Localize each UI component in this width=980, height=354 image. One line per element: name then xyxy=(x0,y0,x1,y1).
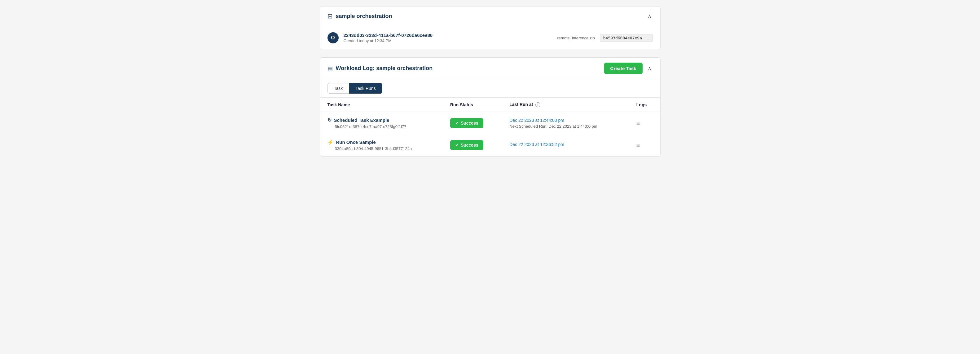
orchestration-title: sample orchestration xyxy=(336,13,392,19)
last-run-cell: Dec 22 2023 at 12:44:03 pm Next Schedule… xyxy=(502,112,629,134)
task-name-cell: ⚡ Run Once Sample 3304a89a-b804-4945-965… xyxy=(320,134,443,156)
task-name-cell: ↻ Scheduled Task Example 5fc0521e-387e-4… xyxy=(320,112,443,134)
workload-title: Workload Log: sample orchestration xyxy=(336,65,433,72)
item-info: 2243dd03-323d-411a-b67f-0726da6cee86 Cre… xyxy=(344,33,433,43)
run-status-cell: ✓ Success xyxy=(443,112,502,134)
tab-task[interactable]: Task xyxy=(328,83,349,94)
col-task-name: Task Name xyxy=(320,98,443,112)
tab-task-runs[interactable]: Task Runs xyxy=(349,83,382,94)
task-id-label: 3304a89a-b804-4945-9651-3b4d3577124a xyxy=(328,146,435,151)
orchestration-header-left: ⊟ sample orchestration xyxy=(328,13,392,20)
next-run-label: Next Scheduled Run: Dec 22 2023 at 1:44:… xyxy=(509,124,622,129)
log-icon-button[interactable]: ≡ xyxy=(636,142,640,149)
log-icon-button[interactable]: ≡ xyxy=(636,120,640,127)
col-logs: Logs xyxy=(629,98,660,112)
col-run-status: Run Status xyxy=(443,98,502,112)
check-icon: ✓ xyxy=(455,143,459,148)
orchestration-header: ⊟ sample orchestration ∧ xyxy=(320,6,660,26)
status-label: Success xyxy=(461,121,478,126)
item-id: 2243dd03-323d-411a-b67f-0726da6cee86 xyxy=(344,33,433,38)
status-badge: ✓ Success xyxy=(450,118,483,128)
orchestration-icon: ⊟ xyxy=(328,13,333,20)
item-created: Created today at 12:34 PM xyxy=(344,38,391,43)
table-container: Task Name Run Status Last Run at i Logs xyxy=(320,98,660,156)
task-name-main: ↻ Scheduled Task Example xyxy=(328,117,435,123)
workload-icon: ▤ xyxy=(328,65,333,72)
workload-header-left: ▤ Workload Log: sample orchestration xyxy=(328,65,433,72)
logs-cell: ≡ xyxy=(629,112,660,134)
workload-table: Task Name Run Status Last Run at i Logs xyxy=(320,98,660,156)
table-body: ↻ Scheduled Task Example 5fc0521e-387e-4… xyxy=(320,112,660,156)
orchestration-section: ⊟ sample orchestration ∧ O 2243dd03-323d… xyxy=(320,6,660,50)
tabs-row: Task Task Runs xyxy=(320,79,660,98)
task-name-label: Scheduled Task Example xyxy=(334,118,390,123)
task-id-label: 5fc0521e-387e-4cc7-aa97-c728fg0ffd77 xyxy=(328,124,435,129)
info-icon: i xyxy=(535,102,540,107)
create-task-button[interactable]: Create Task xyxy=(604,63,643,74)
table-row: ↻ Scheduled Task Example 5fc0521e-387e-4… xyxy=(320,112,660,134)
check-icon: ✓ xyxy=(455,121,459,126)
run-once-icon: ⚡ xyxy=(328,139,334,145)
workload-header-right: Create Task ∧ xyxy=(604,63,653,74)
orchestration-collapse-button[interactable]: ∧ xyxy=(646,11,653,21)
run-status-cell: ✓ Success xyxy=(443,134,502,156)
scheduled-icon: ↻ xyxy=(328,117,331,123)
item-filename: remote_inference.zip xyxy=(557,36,595,40)
status-label: Success xyxy=(461,143,478,148)
last-run-cell: Dec 22 2023 at 12:36:52 pm xyxy=(502,134,629,156)
workload-header: ▤ Workload Log: sample orchestration Cre… xyxy=(320,57,660,79)
item-hash: b4593d6084e07e9a... xyxy=(600,34,653,42)
status-badge: ✓ Success xyxy=(450,140,483,150)
last-run-date: Dec 22 2023 at 12:44:03 pm xyxy=(509,118,622,123)
last-run-date: Dec 22 2023 at 12:36:52 pm xyxy=(509,142,622,147)
task-name-main: ⚡ Run Once Sample xyxy=(328,139,435,145)
workload-collapse-button[interactable]: ∧ xyxy=(646,64,653,73)
item-meta: remote_inference.zip b4593d6084e07e9a... xyxy=(557,34,652,42)
table-row: ⚡ Run Once Sample 3304a89a-b804-4945-965… xyxy=(320,134,660,156)
avatar: O xyxy=(328,32,339,43)
table-header: Task Name Run Status Last Run at i Logs xyxy=(320,98,660,112)
logs-cell: ≡ xyxy=(629,134,660,156)
orchestration-item: O 2243dd03-323d-411a-b67f-0726da6cee86 C… xyxy=(320,26,660,49)
col-last-run-at: Last Run at i xyxy=(502,98,629,112)
workload-log-section: ▤ Workload Log: sample orchestration Cre… xyxy=(320,57,660,156)
task-name-label: Run Once Sample xyxy=(336,139,376,145)
